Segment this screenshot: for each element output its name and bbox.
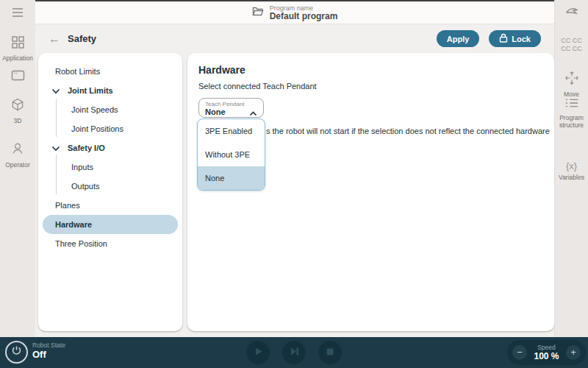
apply-button[interactable]: Apply [437,30,480,47]
tree-item-outputs[interactable]: Outputs [43,177,178,196]
tree-item-safety-io[interactable]: Safety I/O [43,138,178,158]
program-name-value: Default program [270,12,338,21]
tree-item-three-position[interactable]: Three Position [43,234,178,253]
safety-tree-panel: Robot Limits Joint Limits Joint Speeds J… [38,53,182,331]
sidebar-item-label: Operator [5,161,30,169]
cc-label-line1: CC CC [561,37,582,45]
hardware-warning-text: s the robot will not start if the select… [266,127,550,135]
swoosh-icon [565,6,578,19]
right-sidebar: CC CC CC CC Move Program structure {x} V… [554,0,588,337]
chevron-down-icon [51,144,60,153]
sidebar-item-program-structure[interactable]: Program structure [555,97,588,129]
variables-icon: {x} [566,160,577,171]
tree-item-joint-positions[interactable]: Joint Positions [43,119,178,138]
back-arrow-icon[interactable]: ← [49,33,60,45]
program-name-block[interactable]: Program name Default program [270,4,338,21]
tree-item-joint-limits[interactable]: Joint Limits [43,81,178,100]
sidebar-item-label: Application [2,54,33,62]
program-name-label: Program name [270,4,338,12]
sidebar-item-move[interactable]: Move [555,71,588,98]
sidebar-item-label: Program [559,114,584,121]
left-sidebar: Application 3D Operator [0,0,35,337]
speed-label: Speed [534,344,559,351]
cc-label-line2: CC CC [561,45,582,53]
top-bar: Program name Default program [35,0,554,24]
sidebar-item-application[interactable]: Application [0,35,35,62]
window-icon [11,70,25,84]
robot-state-value: Off [32,349,65,361]
teach-pendant-select[interactable]: Teach Pendant None [198,98,264,118]
grid-icon [11,35,25,52]
lock-icon [499,33,508,44]
speed-control: − Speed 100 % + [507,340,586,365]
main-menu-button[interactable] [0,7,35,21]
speed-decrease-button[interactable]: − [512,345,527,360]
move-icon [564,71,579,88]
sidebar-item-3d[interactable]: 3D [0,97,35,124]
skip-next-icon [290,347,299,358]
robot-state-block: Robot State Off [32,342,65,361]
dropdown-option-without-3pe[interactable]: Without 3PE [198,143,265,166]
lock-button-label: Lock [512,35,531,43]
teach-pendant-dropdown-list: 3PE Enabled Without 3PE None [197,118,265,191]
speed-value: 100 % [534,351,559,361]
stop-icon [326,347,334,358]
cube-icon [10,97,25,115]
hardware-panel: Hardware Select connected Teach Pendant … [187,53,554,331]
dropdown-option-3pe-enabled[interactable]: 3PE Enabled [198,119,265,143]
hamburger-icon [11,7,24,21]
transport-controls [246,341,342,364]
tree-item-planes[interactable]: Planes [43,196,178,215]
tree-item-inputs[interactable]: Inputs [43,158,178,177]
sidebar-item-swoosh[interactable] [555,6,588,19]
tree-item-robot-limits[interactable]: Robot Limits [43,62,178,81]
sidebar-item-label: structure [559,121,584,129]
sidebar-item-variables[interactable]: {x} Variables [555,160,588,181]
folder-icon [252,6,264,19]
power-icon [10,344,23,360]
person-icon [10,141,25,159]
sidebar-item-label: Variables [559,174,584,181]
dropdown-option-none[interactable]: None [198,166,265,190]
power-button[interactable] [5,341,28,364]
sidebar-item-label: 3D [14,117,22,124]
play-icon [254,347,263,358]
speed-readout: Speed 100 % [534,344,559,361]
step-button[interactable] [282,341,306,364]
tree-item-joint-speeds[interactable]: Joint Speeds [43,100,178,119]
safety-header: ← Safety Apply Lock [35,24,554,53]
tree-item-hardware[interactable]: Hardware [43,215,178,234]
page-title: Safety [68,33,96,44]
list-icon [564,97,579,112]
chevron-up-icon [249,106,257,119]
lock-button[interactable]: Lock [489,30,541,47]
bottom-bar: Robot State Off − Spee [0,337,588,368]
panel-title: Hardware [198,64,245,76]
chevron-down-icon [51,87,60,96]
sidebar-item-screen[interactable] [0,70,35,84]
speed-increase-button[interactable]: + [566,345,581,360]
sidebar-item-cc[interactable]: CC CC CC CC [555,37,588,53]
teach-pendant-instruction: Select connected Teach Pendant [198,82,317,91]
stop-button[interactable] [318,341,342,364]
center-column: Program name Default program ← Safety Ap… [35,0,554,337]
play-button[interactable] [246,341,270,364]
sidebar-item-operator[interactable]: Operator [0,141,35,169]
robot-state-label: Robot State [32,342,65,349]
polyscope-app: Application 3D Operator CC CC [0,0,588,368]
